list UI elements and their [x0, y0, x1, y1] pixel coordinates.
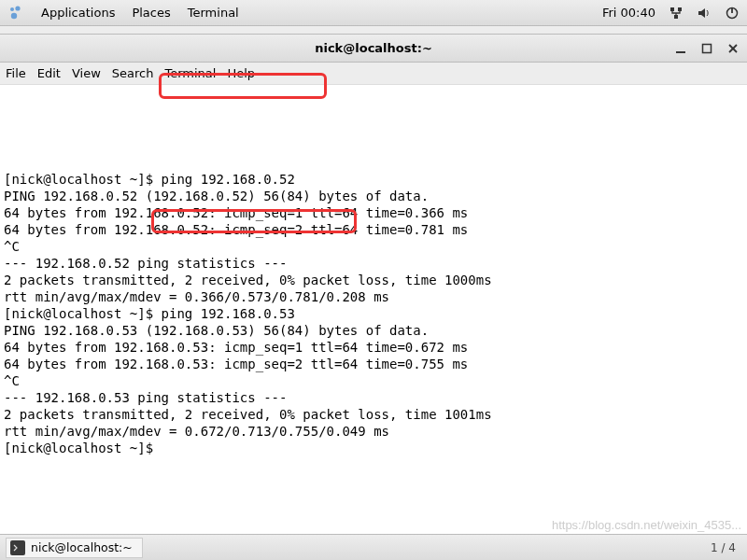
clock[interactable]: Fri 00:40	[602, 6, 655, 20]
volume-icon[interactable]	[697, 6, 712, 21]
places-menu[interactable]: Places	[132, 6, 170, 20]
terminal-line: ^C	[4, 372, 743, 389]
svg-rect-3	[670, 7, 674, 11]
menu-view[interactable]: View	[72, 66, 101, 80]
terminal-line: 2 packets transmitted, 2 received, 0% pa…	[4, 406, 743, 423]
terminal-line: ^C	[4, 238, 743, 255]
terminal-line: PING 192.168.0.53 (192.168.0.53) 56(84) …	[4, 322, 743, 339]
terminal-line: 64 bytes from 192.168.0.52: icmp_seq=2 t…	[4, 221, 743, 238]
menu-search[interactable]: Search	[112, 66, 154, 80]
close-button[interactable]	[726, 42, 740, 55]
terminal-line: 2 packets transmitted, 2 received, 0% pa…	[4, 272, 743, 288]
svg-point-2	[11, 12, 17, 18]
workspace-pager[interactable]: 1 / 4	[711, 541, 741, 554]
power-icon[interactable]	[725, 6, 740, 21]
terminal-line: 64 bytes from 192.168.0.53: icmp_seq=2 t…	[4, 356, 743, 372]
taskbar-item-label: nick@localhost:~	[31, 540, 133, 554]
window-title: nick@localhost:~	[315, 41, 432, 55]
terminal-line: rtt min/avg/max/mdev = 0.366/0.573/0.781…	[4, 288, 743, 305]
menu-edit[interactable]: Edit	[37, 66, 61, 80]
bottom-panel: nick@localhost:~ 1 / 4	[0, 534, 747, 560]
top-panel: Applications Places Terminal Fri 00:40	[0, 0, 747, 26]
applications-menu[interactable]: Applications	[41, 6, 115, 20]
svg-rect-12	[12, 542, 23, 553]
menu-help[interactable]: Help	[227, 66, 255, 80]
maximize-button[interactable]	[700, 42, 713, 55]
terminal-window: nick@localhost:~ File Edit View Search T…	[0, 34, 747, 534]
terminal-icon	[10, 540, 25, 555]
terminal-line: [nick@localhost ~]$ ping 192.168.0.53	[4, 305, 743, 322]
terminal-menu[interactable]: Terminal	[188, 6, 239, 20]
terminal-line: 64 bytes from 192.168.0.53: icmp_seq=1 t…	[4, 339, 743, 356]
terminal-menubar: File Edit View Search Terminal Help	[0, 63, 747, 85]
terminal-line: [nick@localhost ~]$	[4, 440, 743, 456]
menu-terminal[interactable]: Terminal	[164, 66, 216, 80]
svg-rect-5	[674, 15, 678, 19]
network-icon[interactable]	[669, 6, 684, 21]
menu-file[interactable]: File	[6, 66, 26, 80]
svg-point-0	[10, 7, 14, 11]
svg-rect-4	[678, 7, 682, 11]
terminal-line: rtt min/avg/max/mdev = 0.672/0.713/0.755…	[4, 423, 743, 440]
gnome-foot-icon	[7, 5, 24, 21]
terminal-output[interactable]: [nick@localhost ~]$ ping 192.168.0.52PIN…	[0, 85, 747, 534]
terminal-line: 64 bytes from 192.168.0.52: icmp_seq=1 t…	[4, 204, 743, 221]
watermark-text: https://blog.csdn.net/weixin_4535...	[552, 518, 741, 532]
terminal-line: PING 192.168.0.52 (192.168.0.52) 56(84) …	[4, 188, 743, 204]
terminal-line: --- 192.168.0.52 ping statistics ---	[4, 255, 743, 272]
minimize-button[interactable]	[674, 42, 687, 55]
terminal-line: --- 192.168.0.53 ping statistics ---	[4, 389, 743, 406]
window-titlebar[interactable]: nick@localhost:~	[0, 35, 747, 63]
svg-point-1	[15, 6, 20, 10]
terminal-line: [nick@localhost ~]$ ping 192.168.0.52	[4, 171, 743, 188]
taskbar-item-terminal[interactable]: nick@localhost:~	[6, 538, 143, 558]
svg-rect-9	[703, 44, 712, 52]
